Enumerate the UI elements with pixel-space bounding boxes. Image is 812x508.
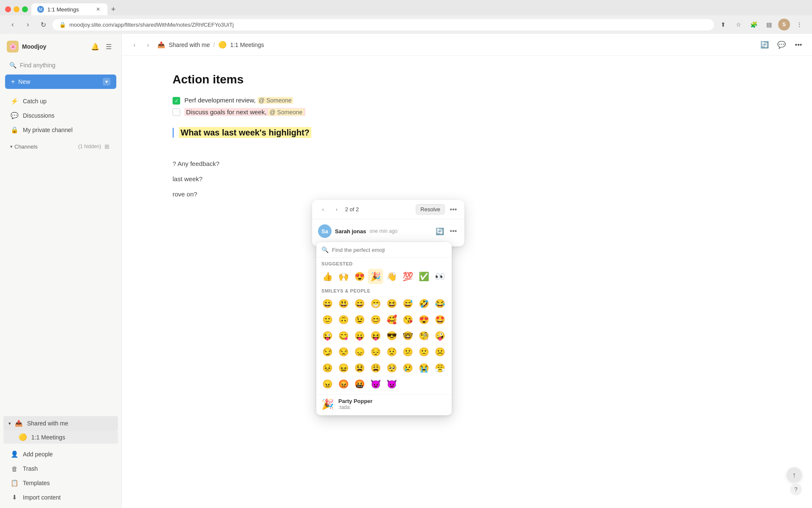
emoji-smirk[interactable]: 😏 xyxy=(320,344,335,359)
help-btn[interactable]: ? xyxy=(790,483,802,495)
emoji-upside-down[interactable]: 🙃 xyxy=(336,312,351,327)
maximize-window-btn[interactable] xyxy=(22,6,28,12)
emoji-monocle[interactable]: 🧐 xyxy=(416,328,431,343)
more-options-icon[interactable]: ••• xyxy=(792,38,805,52)
comment-prev-btn[interactable]: ‹ xyxy=(318,204,328,215)
find-anything-btn[interactable]: 🔍 Find anything xyxy=(5,59,116,71)
emoji-kissing-heart[interactable]: 😘 xyxy=(400,312,415,327)
emoji-yum[interactable]: 😋 xyxy=(336,328,351,343)
emoji-sunglasses[interactable]: 😎 xyxy=(384,328,399,343)
emoji-worried[interactable]: 😟 xyxy=(384,344,399,359)
close-window-btn[interactable] xyxy=(5,6,11,12)
emoji-cry[interactable]: 😢 xyxy=(400,360,415,375)
emoji-100[interactable]: 💯 xyxy=(400,269,415,284)
emoji-smiley[interactable]: 😃 xyxy=(336,296,351,311)
emoji-winking-tongue[interactable]: 😜 xyxy=(320,328,335,343)
comment-icon[interactable]: 💬 xyxy=(775,38,788,52)
emoji-heart-eyes2[interactable]: 😍 xyxy=(416,312,431,327)
comment-more-btn[interactable]: ••• xyxy=(448,204,458,215)
bookmark-btn[interactable]: ☆ xyxy=(732,19,744,30)
sidebar-item-templates[interactable]: 📋 Templates xyxy=(3,476,118,490)
emoji-pensive[interactable]: 😔 xyxy=(368,344,383,359)
emoji-party-popper[interactable]: 🎉 xyxy=(368,269,383,284)
emoji-heart-eyes[interactable]: 😍 xyxy=(352,269,367,284)
add-channel-icon[interactable]: ⊞ xyxy=(103,142,111,151)
emoji-smile[interactable]: 😄 xyxy=(352,296,367,311)
sidebar-btn[interactable]: ▤ xyxy=(763,19,775,30)
mention-someone-1[interactable]: @ Someone xyxy=(258,97,293,104)
breadcrumb-parent[interactable]: Shared with me xyxy=(169,41,210,48)
task-checkbox-1[interactable]: ✓ xyxy=(173,97,180,105)
emoji-grinning[interactable]: 😀 xyxy=(320,296,335,311)
sidebar-item-import[interactable]: ⬇ Import content xyxy=(3,490,118,505)
topbar-forward-btn[interactable]: › xyxy=(142,39,154,51)
emoji-wink[interactable]: 😉 xyxy=(352,312,367,327)
minimize-window-btn[interactable] xyxy=(14,6,19,12)
active-tab[interactable]: M 1:1 Meetings ✕ xyxy=(31,3,107,15)
comment-options-btn[interactable]: ••• xyxy=(448,226,458,236)
new-button[interactable]: + New ▾ xyxy=(5,75,116,89)
emoji-slightly-smiling[interactable]: 🙂 xyxy=(320,312,335,327)
emoji-squinting-tongue[interactable]: 😝 xyxy=(368,328,383,343)
emoji-beaming[interactable]: 😁 xyxy=(368,296,383,311)
emoji-frowning[interactable]: ☹️ xyxy=(432,344,447,359)
emoji-star-struck[interactable]: 🤩 xyxy=(432,312,447,327)
menu-btn[interactable]: ⋮ xyxy=(793,19,805,30)
profile-btn[interactable]: S xyxy=(778,19,790,30)
forward-btn[interactable]: › xyxy=(22,19,34,30)
resolve-button[interactable]: Resolve xyxy=(416,204,445,215)
back-btn[interactable]: ‹ xyxy=(7,19,19,30)
sidebar-item-private[interactable]: 🔒 My private channel xyxy=(3,123,118,137)
sidebar-item-discussions[interactable]: 💬 Discussions xyxy=(3,108,118,123)
emoji-blush[interactable]: 😊 xyxy=(368,312,383,327)
sidebar-item-add-people[interactable]: 👤 Add people xyxy=(3,447,118,461)
emoji-smiling-hearts[interactable]: 🥰 xyxy=(384,312,399,327)
emoji-confounded[interactable]: 😖 xyxy=(336,360,351,375)
emoji-thumbsup[interactable]: 👍 xyxy=(320,269,335,284)
channels-section-header[interactable]: ▾ Channels (1 hidden) ⊞ xyxy=(3,140,118,153)
emoji-grin[interactable]: 😆 xyxy=(384,296,399,311)
emoji-search-input[interactable] xyxy=(332,247,447,253)
comment-reaction-btn[interactable]: 🔄 xyxy=(435,226,445,236)
topbar-back-btn[interactable]: ‹ xyxy=(129,39,140,51)
emoji-persevering[interactable]: 😣 xyxy=(320,360,335,375)
task-checkbox-2[interactable] xyxy=(173,108,180,116)
new-tab-btn[interactable]: + xyxy=(107,3,119,15)
layout-icon[interactable]: ☰ xyxy=(103,41,115,52)
scroll-to-top-btn[interactable]: ↑ xyxy=(787,467,802,483)
emoji-nerd[interactable]: 🤓 xyxy=(400,328,415,343)
emoji-smiling-imp[interactable]: 😈 xyxy=(368,376,383,392)
breadcrumb-current[interactable]: 1:1 Meetings xyxy=(230,41,264,48)
extensions-btn[interactable]: 🧩 xyxy=(748,19,760,30)
emoji-sob[interactable]: 😭 xyxy=(416,360,431,375)
emoji-weary[interactable]: 😩 xyxy=(368,360,383,375)
emoji-huffing[interactable]: 😤 xyxy=(432,360,447,375)
sidebar-item-catchup[interactable]: ⚡ Catch up xyxy=(3,94,118,108)
emoji-wave[interactable]: 👋 xyxy=(384,269,399,284)
new-button-dropdown[interactable]: ▾ xyxy=(103,78,110,86)
mention-someone-2[interactable]: @ Someone xyxy=(268,109,304,116)
emoji-rage[interactable]: 😡 xyxy=(336,376,351,392)
bell-icon[interactable]: 🔔 xyxy=(89,41,101,52)
emoji-tired[interactable]: 😫 xyxy=(352,360,367,375)
emoji-joy[interactable]: 😂 xyxy=(432,296,447,311)
tab-close-btn[interactable]: ✕ xyxy=(95,6,102,13)
emoji-check[interactable]: ✅ xyxy=(416,269,431,284)
sidebar-item-meetings[interactable]: 🟡 1:1 Meetings xyxy=(3,431,118,444)
emoji-rofl[interactable]: 🤣 xyxy=(416,296,431,311)
refresh-icon[interactable]: 🔄 xyxy=(758,38,771,52)
emoji-raised-hands[interactable]: 🙌 xyxy=(336,269,351,284)
emoji-disappointed[interactable]: 😞 xyxy=(352,344,367,359)
address-bar[interactable]: 🔒 moodjoy.slite.com/app/filters/sharedWi… xyxy=(52,19,714,30)
sidebar-item-trash[interactable]: 🗑 Trash xyxy=(3,461,118,476)
emoji-slightly-frowning[interactable]: 🙁 xyxy=(416,344,431,359)
emoji-pleading[interactable]: 🥺 xyxy=(384,360,399,375)
reload-btn[interactable]: ↻ xyxy=(37,19,49,30)
sidebar-item-shared[interactable]: ▾ 📤 Shared with me xyxy=(3,416,118,431)
emoji-angry[interactable]: 😠 xyxy=(320,376,335,392)
emoji-eyes[interactable]: 👀 xyxy=(432,269,447,284)
emoji-imp[interactable]: 👿 xyxy=(384,376,399,392)
emoji-swearing[interactable]: 🤬 xyxy=(352,376,367,392)
emoji-unamused[interactable]: 😒 xyxy=(336,344,351,359)
cast-btn[interactable]: ⬆ xyxy=(717,19,729,30)
